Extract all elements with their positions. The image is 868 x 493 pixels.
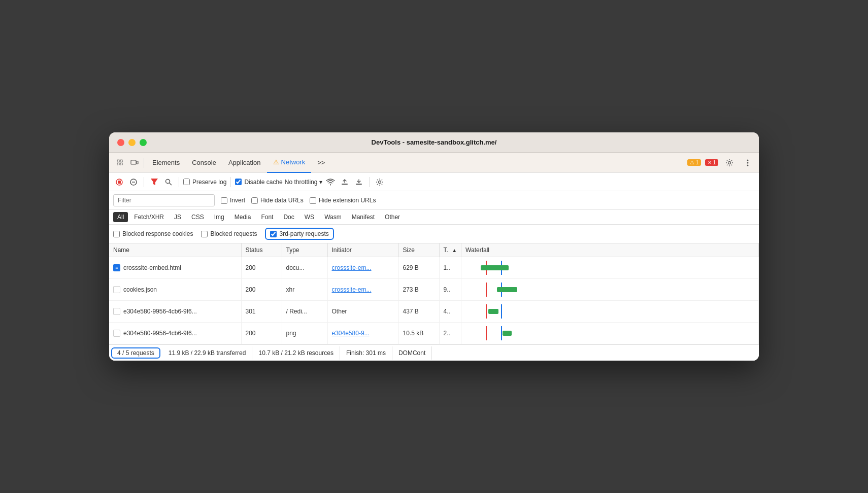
preserve-log-input[interactable] xyxy=(183,179,190,185)
svg-point-6 xyxy=(728,161,731,164)
settings-2-icon[interactable] xyxy=(374,176,386,188)
blocked-response-cookies-label: Blocked response cookies xyxy=(122,230,193,237)
type-fetch-button[interactable]: Fetch/XHR xyxy=(130,212,168,222)
preserve-log-checkbox[interactable]: Preserve log xyxy=(183,179,226,186)
svg-rect-2 xyxy=(117,163,119,165)
settings-icon[interactable] xyxy=(722,156,737,170)
hide-data-urls-checkbox[interactable]: Hide data URLs xyxy=(251,197,304,204)
svg-point-8 xyxy=(747,162,749,163)
invert-checkbox[interactable]: Invert xyxy=(221,197,245,204)
type-wasm-button[interactable]: Wasm xyxy=(320,212,346,222)
col-name[interactable]: Name xyxy=(109,243,241,257)
type-font-button[interactable]: Font xyxy=(257,212,277,222)
table-row[interactable]: cookies.json 200 xhr crosssite-em... 273… xyxy=(109,279,759,301)
row-3-name: e304e580-9956-4cb6-9f6... xyxy=(109,301,241,323)
type-all-button[interactable]: All xyxy=(113,212,128,222)
col-status[interactable]: Status xyxy=(241,243,282,257)
type-js-button[interactable]: JS xyxy=(170,212,185,222)
svg-rect-17 xyxy=(342,184,348,185)
hide-data-urls-input[interactable] xyxy=(251,197,258,204)
throttle-label: No throttling xyxy=(285,179,318,186)
row-4-name: e304e580-9956-4cb6-9f6... xyxy=(109,323,241,344)
row-1-name: ≡ crosssite-embed.html xyxy=(109,257,241,279)
row-3-name-text: e304e580-9956-4cb6-9f6... xyxy=(123,308,197,315)
blocked-requests-checkbox[interactable]: Blocked requests xyxy=(201,230,257,237)
row-2-type: xhr xyxy=(282,279,327,301)
svg-point-19 xyxy=(379,181,381,183)
svg-rect-0 xyxy=(117,160,119,162)
maximize-button[interactable] xyxy=(140,139,147,146)
blocked-bar: Blocked response cookies Blocked request… xyxy=(109,225,759,243)
wifi-icon[interactable] xyxy=(324,176,337,188)
disable-cache-input[interactable] xyxy=(235,179,242,185)
row-4-waterfall xyxy=(461,323,759,344)
blocked-response-cookies-input[interactable] xyxy=(113,231,120,237)
svg-rect-5 xyxy=(137,161,138,164)
col-initiator[interactable]: Initiator xyxy=(327,243,398,257)
row-4-initiator: e304e580-9... xyxy=(327,323,398,344)
col-type[interactable]: Type xyxy=(282,243,327,257)
type-manifest-button[interactable]: Manifest xyxy=(348,212,379,222)
col-size[interactable]: Size xyxy=(398,243,439,257)
col-time[interactable]: T. ▲ xyxy=(439,243,461,257)
search-icon[interactable] xyxy=(162,176,175,188)
cursor-icon[interactable] xyxy=(113,156,127,170)
action-divider-4 xyxy=(369,177,370,187)
table-row[interactable]: e304e580-9956-4cb6-9f6... 200 png e304e5… xyxy=(109,323,759,344)
hide-extension-urls-input[interactable] xyxy=(310,197,316,204)
third-party-checkbox[interactable]: 3rd-party requests xyxy=(270,230,328,237)
resources-text: 10.7 kB / 21.2 kB resources xyxy=(258,349,333,357)
row-3-time: 4.. xyxy=(439,301,461,323)
row-2-initiator-link[interactable]: crosssite-em... xyxy=(332,286,372,293)
table-row[interactable]: ≡ crosssite-embed.html 200 docu... cross… xyxy=(109,257,759,279)
row-4-initiator-link[interactable]: e304e580-9... xyxy=(332,330,370,337)
tab-console[interactable]: Console xyxy=(186,153,222,173)
invert-input[interactable] xyxy=(221,197,227,204)
type-css-button[interactable]: CSS xyxy=(187,212,208,222)
row-2-size: 273 B xyxy=(398,279,439,301)
hide-extension-urls-checkbox[interactable]: Hide extension URLs xyxy=(310,197,376,204)
row-3-type: / Redi... xyxy=(282,301,327,323)
upload-icon[interactable] xyxy=(339,176,351,188)
table-row[interactable]: e304e580-9956-4cb6-9f6... 301 / Redi... … xyxy=(109,301,759,323)
device-icon[interactable] xyxy=(127,156,142,170)
tab-application[interactable]: Application xyxy=(222,153,267,173)
filter-input[interactable] xyxy=(113,194,215,206)
tab-divider xyxy=(144,158,144,168)
more-options-icon[interactable] xyxy=(741,156,755,170)
blocked-response-cookies-checkbox[interactable]: Blocked response cookies xyxy=(113,230,193,237)
action-divider-2 xyxy=(179,177,179,187)
blocked-requests-input[interactable] xyxy=(201,231,208,237)
download-icon[interactable] xyxy=(353,176,365,188)
type-other-button[interactable]: Other xyxy=(381,212,404,222)
tab-more[interactable]: >> xyxy=(311,153,331,173)
third-party-input[interactable] xyxy=(270,231,277,237)
title-bar: DevTools - samesite-sandbox.glitch.me/ xyxy=(109,132,759,153)
error-badge[interactable]: ✕1 xyxy=(705,159,718,166)
warning-badge[interactable]: ⚠ 1 xyxy=(687,159,701,166)
type-img-button[interactable]: Img xyxy=(210,212,228,222)
close-button[interactable] xyxy=(117,139,124,146)
row-4-type: png xyxy=(282,323,327,344)
svg-rect-4 xyxy=(131,160,136,164)
tab-elements[interactable]: Elements xyxy=(146,153,186,173)
type-media-button[interactable]: Media xyxy=(230,212,255,222)
tabs-bar: Elements Console Application ⚠ Network >… xyxy=(109,153,759,173)
tab-network[interactable]: ⚠ Network xyxy=(267,153,312,173)
svg-rect-1 xyxy=(120,160,122,162)
minimize-button[interactable] xyxy=(128,139,136,146)
row-1-initiator-link[interactable]: crosssite-em... xyxy=(332,264,372,271)
stop-recording-icon[interactable] xyxy=(113,176,125,188)
col-waterfall[interactable]: Waterfall xyxy=(461,243,759,257)
invert-label: Invert xyxy=(230,197,245,204)
row-2-time: 9.. xyxy=(439,279,461,301)
svg-rect-3 xyxy=(120,163,122,165)
third-party-label: 3rd-party requests xyxy=(279,230,328,237)
filter-icon[interactable] xyxy=(148,176,160,188)
type-doc-button[interactable]: Doc xyxy=(279,212,298,222)
type-ws-button[interactable]: WS xyxy=(301,212,318,222)
disable-cache-checkbox[interactable]: Disable cache xyxy=(235,179,282,186)
throttle-select[interactable]: No throttling ▾ xyxy=(285,179,323,186)
clear-icon[interactable] xyxy=(127,176,140,188)
row-3-size: 437 B xyxy=(398,301,439,323)
